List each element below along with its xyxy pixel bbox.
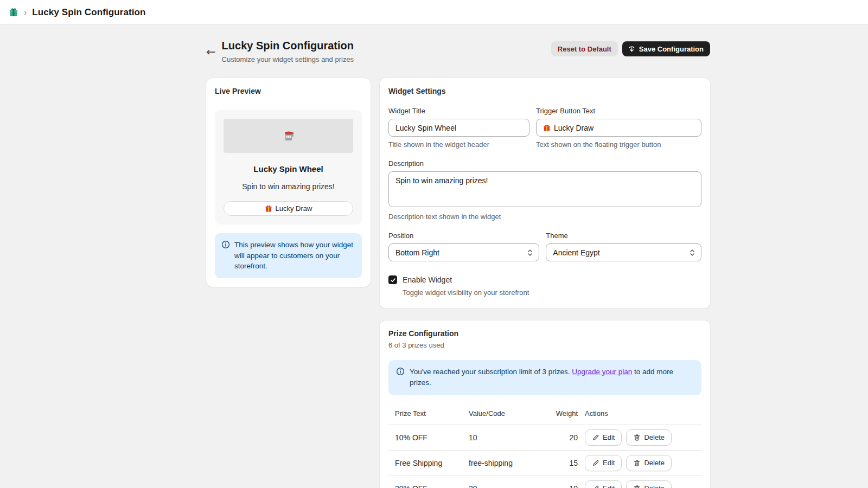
- info-icon: [221, 240, 230, 272]
- description-label: Description: [388, 159, 701, 168]
- page-title: Lucky Spin Configuration: [222, 40, 354, 52]
- prize-table-body: 10% OFF 10 20 Edit: [388, 425, 701, 488]
- prize-value-cell: 10: [469, 433, 554, 442]
- prize-weight-cell: 20: [554, 433, 578, 442]
- pencil-icon: [592, 434, 599, 441]
- gift-icon: [543, 124, 551, 132]
- app-gift-icon[interactable]: [9, 8, 18, 17]
- reset-to-default-button[interactable]: Reset to Default: [551, 41, 618, 56]
- delete-prize-button[interactable]: Delete: [626, 455, 672, 471]
- trigger-text-help: Text shown on the floating trigger butto…: [536, 140, 701, 149]
- prize-text-cell: Free Shipping: [395, 459, 469, 467]
- chevron-updown-icon: [689, 249, 695, 256]
- live-preview-card: Live Preview L: [206, 78, 371, 287]
- enable-widget-label[interactable]: Enable Widget: [403, 275, 452, 284]
- description-field: Description Spin to win amazing prizes! …: [388, 159, 701, 221]
- page-content: ← Lucky Spin Configuration Customize you…: [206, 25, 710, 488]
- chevron-updown-icon: [527, 249, 533, 256]
- info-icon: [396, 367, 405, 389]
- prize-weight-cell: 15: [554, 459, 578, 467]
- widget-title-help: Title shown in the widget header: [388, 140, 529, 149]
- breadcrumb-separator: ›: [24, 8, 27, 17]
- widget-settings-card: Widget Settings Widget Title Title shown…: [380, 78, 710, 309]
- position-field: Position Bottom Right: [388, 232, 539, 261]
- preview-trigger-button[interactable]: Lucky Draw: [224, 201, 353, 216]
- prize-text-cell: 10% OFF: [395, 433, 469, 442]
- trigger-text-input[interactable]: Lucky Draw: [536, 119, 701, 137]
- live-preview-title: Live Preview: [215, 87, 362, 95]
- trash-icon: [633, 485, 641, 488]
- widget-title-input[interactable]: [388, 119, 529, 137]
- banner-text: You've reached your subscription limit o…: [410, 367, 694, 389]
- preview-info-note: This preview shows how your widget will …: [215, 233, 362, 278]
- edit-prize-button[interactable]: Edit: [585, 429, 622, 446]
- description-textarea[interactable]: Spin to win amazing prizes!: [388, 171, 701, 207]
- prize-configuration-card: Prize Configuration 6 of 3 prizes used Y…: [380, 320, 710, 488]
- gift-icon: [265, 205, 272, 213]
- delete-prize-button[interactable]: Delete: [626, 480, 672, 488]
- trash-icon: [633, 459, 641, 467]
- prize-row: 20% OFF 20 10 Edit: [388, 476, 701, 488]
- col-actions: Actions: [578, 409, 701, 418]
- save-icon: [628, 45, 636, 53]
- pencil-icon: [592, 459, 599, 467]
- page-subtitle: Customize your widget settings and prize…: [222, 55, 354, 63]
- save-configuration-button[interactable]: Save Configuration: [622, 41, 710, 56]
- prize-text-cell: 20% OFF: [395, 484, 469, 488]
- subscription-limit-banner: You've reached your subscription limit o…: [388, 360, 701, 395]
- theme-field: Theme Ancient Egypt: [546, 232, 701, 261]
- enable-widget-checkbox[interactable]: [388, 275, 397, 284]
- pencil-icon: [592, 485, 599, 488]
- position-select[interactable]: Bottom Right: [388, 243, 539, 261]
- trigger-text-label: Trigger Button Text: [536, 107, 701, 115]
- col-weight: Weight: [554, 409, 578, 418]
- page-header: ← Lucky Spin Configuration Customize you…: [206, 40, 710, 66]
- position-label: Position: [388, 232, 539, 240]
- widget-settings-title: Widget Settings: [388, 87, 701, 95]
- prize-table: Prize Text Value/Code Weight Actions 10%…: [388, 403, 701, 488]
- prize-value-cell: free-shipping: [469, 459, 554, 467]
- upgrade-plan-link[interactable]: Upgrade your plan: [572, 368, 632, 376]
- preview-image-placeholder: [224, 119, 353, 153]
- topbar: › Lucky Spin Configuration: [0, 0, 868, 25]
- theme-select[interactable]: Ancient Egypt: [546, 243, 701, 261]
- topbar-title: Lucky Spin Configuration: [32, 7, 145, 18]
- slot-machine-icon: [283, 130, 295, 142]
- col-value-code: Value/Code: [469, 409, 554, 418]
- widget-preview: Lucky Spin Wheel Spin to win amazing pri…: [215, 110, 362, 224]
- preview-info-text: This preview shows how your widget will …: [234, 240, 355, 272]
- theme-label: Theme: [546, 232, 701, 240]
- col-prize-text: Prize Text: [395, 409, 469, 418]
- prize-configuration-title: Prize Configuration: [388, 329, 701, 338]
- preview-widget-description: Spin to win amazing prizes!: [224, 182, 353, 191]
- enable-widget-help: Toggle widget visibility on your storefr…: [403, 288, 701, 297]
- widget-title-label: Widget Title: [388, 107, 529, 115]
- back-button[interactable]: ←: [206, 41, 216, 63]
- edit-prize-button[interactable]: Edit: [585, 480, 622, 488]
- prize-weight-cell: 10: [554, 484, 578, 488]
- trigger-text-field: Trigger Button Text: [536, 107, 701, 149]
- prize-value-cell: 20: [469, 484, 554, 488]
- prize-row: 10% OFF 10 20 Edit: [388, 425, 701, 450]
- prize-row: Free Shipping free-shipping 15 Edit: [388, 450, 701, 476]
- prize-table-header: Prize Text Value/Code Weight Actions: [388, 403, 701, 425]
- delete-prize-button[interactable]: Delete: [626, 429, 672, 446]
- prize-usage-count: 6 of 3 prizes used: [388, 341, 701, 349]
- edit-prize-button[interactable]: Edit: [585, 455, 622, 471]
- widget-title-field: Widget Title Title shown in the widget h…: [388, 107, 529, 149]
- description-help: Description text shown in the widget: [388, 213, 701, 221]
- trash-icon: [633, 434, 641, 441]
- preview-widget-title: Lucky Spin Wheel: [224, 164, 353, 174]
